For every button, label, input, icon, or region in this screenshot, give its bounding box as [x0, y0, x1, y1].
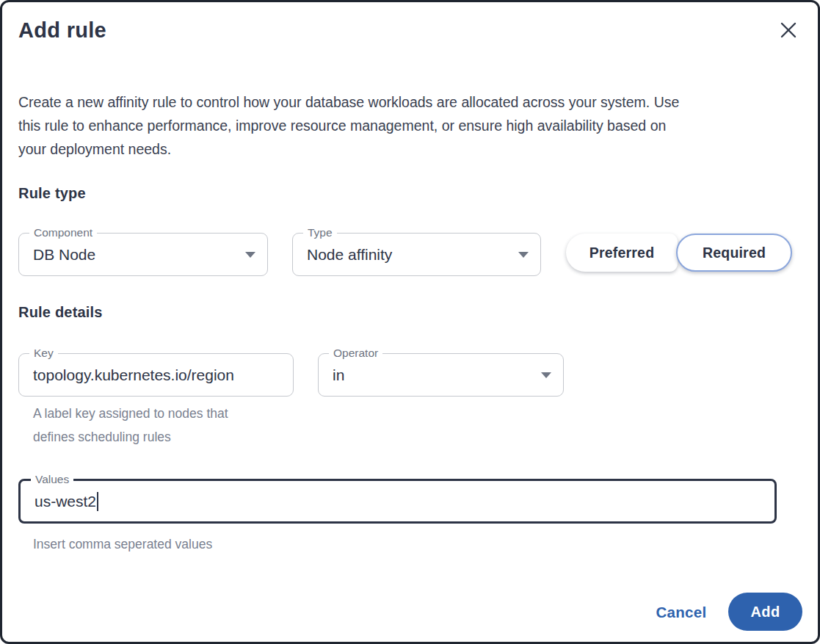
- required-toggle-button[interactable]: Required: [676, 234, 792, 272]
- text-caret: [97, 492, 98, 511]
- rule-details-heading: Rule details: [18, 304, 103, 321]
- type-select-label: Type: [303, 225, 337, 240]
- close-button[interactable]: [777, 19, 799, 41]
- chevron-down-icon: [541, 372, 551, 378]
- values-helper-text: Insert comma seperated values: [33, 532, 212, 556]
- component-select-label: Component: [29, 225, 97, 240]
- operator-select-value: in: [333, 366, 534, 384]
- key-input-value: topology.kubernetes.io/region: [33, 366, 281, 384]
- component-select[interactable]: Component DB Node: [18, 233, 268, 276]
- description-line: Create a new affinity rule to control ho…: [18, 90, 679, 114]
- required-toggle-label: Required: [703, 245, 766, 261]
- chevron-down-icon: [518, 252, 529, 258]
- values-input-label: Values: [31, 472, 73, 487]
- key-input-label: Key: [29, 346, 58, 361]
- operator-select[interactable]: Operator in: [318, 353, 564, 397]
- values-input-value: us-west2: [35, 493, 96, 510]
- operator-select-label: Operator: [329, 346, 382, 361]
- key-input[interactable]: Key topology.kubernetes.io/region: [18, 353, 294, 397]
- add-rule-dialog: Add rule Create a new affinity rule to c…: [0, 0, 820, 644]
- close-icon: [780, 21, 797, 39]
- add-button-label: Add: [750, 604, 780, 621]
- type-select-value: Node affinity: [307, 246, 511, 264]
- component-select-value: DB Node: [33, 246, 238, 264]
- values-input[interactable]: Values us-west2: [18, 479, 777, 524]
- key-helper-text: A label key assigned to nodes that defin…: [33, 402, 283, 449]
- dialog-description: Create a new affinity rule to control ho…: [18, 90, 679, 161]
- preferred-toggle-label: Preferred: [589, 245, 655, 261]
- dialog-title: Add rule: [18, 18, 106, 43]
- add-button[interactable]: Add: [728, 593, 802, 631]
- description-line: your deployment needs.: [18, 137, 679, 161]
- rule-type-heading: Rule type: [18, 185, 86, 202]
- description-line: this rule to enhance performance, improv…: [18, 114, 679, 137]
- chevron-down-icon: [245, 252, 255, 258]
- preferred-toggle-button[interactable]: Preferred: [566, 234, 678, 272]
- type-select[interactable]: Type Node affinity: [292, 233, 541, 276]
- cancel-button[interactable]: Cancel: [651, 601, 711, 623]
